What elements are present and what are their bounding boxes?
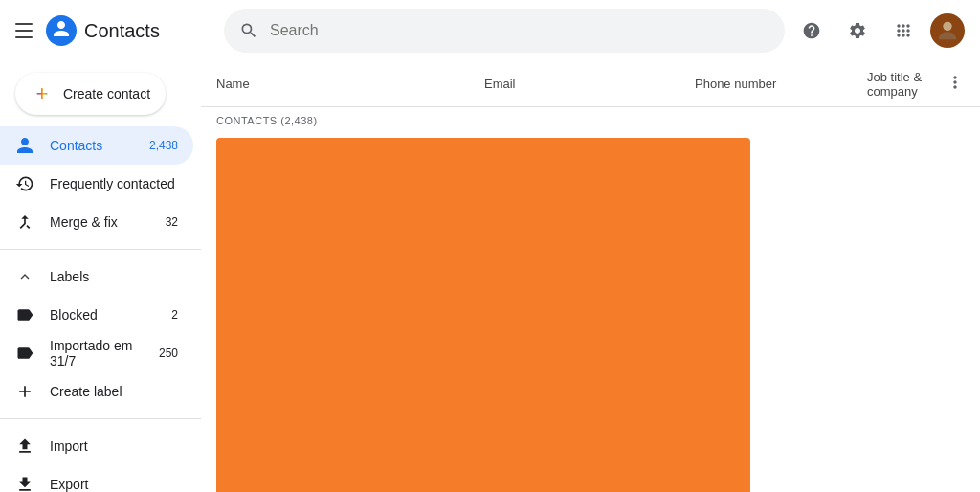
topbar: Contacts	[0, 0, 980, 61]
apps-button[interactable]	[884, 11, 923, 50]
brand-logo	[46, 15, 77, 46]
add-label-icon	[15, 382, 34, 401]
import-label: Import	[50, 438, 178, 454]
brand-title: Contacts	[84, 20, 160, 42]
main-layout: Create contact Contacts 2,438 Frequently…	[0, 61, 980, 492]
export-label: Export	[50, 477, 178, 492]
table-header: Name Email Phone number Job title & comp…	[201, 61, 980, 107]
person-icon	[15, 136, 34, 155]
label-icon-importado	[15, 344, 34, 363]
col-email-header: Email	[484, 77, 695, 91]
divider-1	[0, 249, 201, 250]
importado-label: Importado em 31/7	[50, 338, 144, 369]
contact-list: CONTACTS (2,438) a	[201, 107, 980, 492]
avatar[interactable]	[930, 13, 965, 48]
settings-button[interactable]	[838, 11, 877, 50]
create-contact-button[interactable]: Create contact	[15, 73, 166, 115]
orange-block-wrapper: a	[201, 138, 980, 492]
history-icon	[15, 174, 34, 193]
divider-2	[0, 418, 201, 419]
search-icon	[239, 21, 258, 40]
contacts-section-label: CONTACTS (2,438)	[201, 107, 980, 130]
more-options-icon[interactable]	[946, 73, 965, 96]
merge-fix-label: Merge & fix	[50, 214, 150, 230]
contacts-label: Contacts	[50, 138, 134, 153]
sidebar-item-contacts[interactable]: Contacts 2,438	[0, 126, 193, 165]
create-contact-label: Create contact	[63, 86, 150, 101]
content-area: Name Email Phone number Job title & comp…	[201, 61, 980, 492]
labels-title: Labels	[50, 269, 89, 284]
merge-fix-badge: 32	[166, 215, 178, 229]
frequently-contacted-label: Frequently contacted	[50, 176, 178, 191]
sidebar-item-frequently-contacted[interactable]: Frequently contacted	[0, 165, 193, 203]
col-job-header: Job title & company	[867, 70, 926, 99]
blocked-badge: 2	[171, 308, 178, 322]
merge-icon	[15, 212, 34, 232]
sidebar-item-importado[interactable]: Importado em 31/7 250	[0, 334, 193, 372]
sidebar-item-import[interactable]: Import	[0, 427, 193, 465]
import-icon	[15, 436, 34, 456]
export-icon	[15, 475, 34, 492]
svg-point-0	[943, 22, 951, 31]
search-bar	[224, 9, 785, 53]
sidebar-item-export[interactable]: Export	[0, 465, 193, 492]
sidebar-item-blocked[interactable]: Blocked 2	[0, 296, 193, 334]
chevron-up-icon	[15, 267, 34, 286]
sidebar-item-merge-fix[interactable]: Merge & fix 32	[0, 203, 193, 241]
contacts-badge: 2,438	[149, 139, 178, 152]
topbar-left: Contacts	[15, 15, 216, 46]
col-phone-header: Phone number	[695, 77, 867, 91]
orange-content-block	[216, 138, 750, 492]
col-actions-header	[926, 73, 965, 96]
topbar-right	[792, 11, 965, 50]
help-button[interactable]	[792, 11, 831, 50]
blocked-label: Blocked	[50, 307, 156, 323]
create-label-btn-text: Create label	[50, 384, 178, 399]
hamburger-menu[interactable]	[15, 19, 38, 42]
search-input[interactable]	[270, 22, 769, 39]
labels-header[interactable]: Labels	[0, 257, 201, 296]
plus-icon	[31, 82, 54, 105]
importado-badge: 250	[159, 347, 178, 360]
col-name-header: Name	[216, 77, 484, 91]
sidebar: Create contact Contacts 2,438 Frequently…	[0, 61, 201, 492]
sidebar-item-create-label[interactable]: Create label	[0, 372, 193, 411]
label-icon-blocked	[15, 305, 34, 324]
